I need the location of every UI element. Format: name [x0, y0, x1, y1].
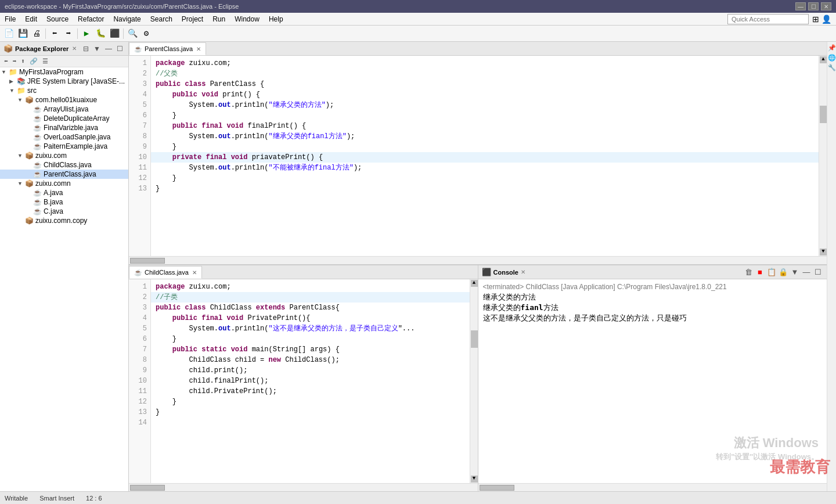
toolbar-sep-1 [45, 28, 46, 39]
run-button[interactable]: ▶ [80, 27, 93, 40]
tree-icon-bjava: ☕ [33, 198, 42, 206]
window-title: eclipse-workspace - MyFirstJavaProgram/s… [5, 3, 795, 10]
console-menu-btn[interactable]: ▼ [790, 267, 800, 278]
bottom-hscroll-thumb[interactable] [130, 485, 165, 491]
scroll-up-btn[interactable]: ▲ [820, 56, 827, 63]
menu-refactor[interactable]: Refactor [73, 13, 109, 25]
menu-search[interactable]: Search [146, 13, 177, 25]
menu-run[interactable]: Run [208, 13, 230, 25]
search-button[interactable]: 🔍 [126, 27, 139, 40]
close-button[interactable]: ✕ [821, 2, 831, 10]
tree-item-zuixu.comn[interactable]: ▼📦zuixu.comn [0, 179, 128, 188]
rs-btn-2[interactable]: 🌐 [828, 54, 836, 62]
forward-button[interactable]: ➡ [62, 27, 75, 40]
tree-item-jre[interactable]: ▶📚JRE System Library [JavaSE-... [0, 77, 128, 86]
console-view-close: ✕ [521, 269, 525, 275]
toolbar-icon-1[interactable]: ⊞ [812, 15, 819, 24]
toolbar-sep-2 [77, 28, 78, 39]
pe-menu-btn[interactable]: ▼ [92, 44, 102, 53]
bottom-scroll-up[interactable]: ▲ [471, 280, 478, 287]
pe-minimize-btn[interactable]: — [103, 44, 114, 53]
top-hscroll-thumb[interactable] [130, 258, 165, 264]
tree-item-bjava[interactable]: ☕B.java [0, 197, 128, 207]
console-copy-btn[interactable]: 📋 [766, 267, 777, 278]
toolbar-icon-2[interactable]: 👤 [821, 15, 831, 24]
bottom-editor-scrollbar[interactable]: ▲ ▼ [470, 279, 478, 483]
tree-arrow-workspace: ▼ [1, 69, 7, 75]
package-explorer-panel: 📦 Package Explorer ✕ ⊟ ▼ — ☐ ⬅ ➡ ⬆ 🔗 ☰ ▼… [0, 42, 129, 491]
tree-item-zuixu.com[interactable]: ▼📦zuixu.com [0, 151, 128, 160]
settings-button[interactable]: ⚙ [140, 27, 153, 40]
tree-item-ajava[interactable]: ☕A.java [0, 188, 128, 197]
tree-item-paitern[interactable]: ☕PaiternExample.java [0, 142, 128, 151]
bottom-editor-tab-close[interactable]: ✕ [192, 269, 197, 276]
toolbar: 📄 💾 🖨 ⬅ ➡ ▶ 🐛 ⬛ 🔍 ⚙ [0, 26, 836, 42]
pe-link-btn[interactable]: 🔗 [28, 57, 39, 66]
top-editor-tab[interactable]: ☕ ParentClass.java ✕ [129, 42, 206, 55]
scroll-thumb[interactable] [820, 106, 827, 123]
minimize-button[interactable]: — [795, 2, 806, 10]
pe-maximize-btn[interactable]: ☐ [115, 44, 125, 53]
bottom-code-content[interactable]: package zuixu.com;//子类public class Child… [151, 279, 470, 483]
bottom-scroll-thumb[interactable] [471, 330, 478, 348]
menu-edit[interactable]: Edit [20, 13, 42, 25]
tree-item-src[interactable]: ▼📁src [0, 86, 128, 95]
tree-icon-parentclass: ☕ [33, 170, 42, 178]
top-editor-scrollbar[interactable]: ▲ ▼ [819, 56, 827, 256]
menu-source[interactable]: Source [42, 13, 73, 25]
back-button[interactable]: ⬅ [48, 27, 61, 40]
tree-item-parentclass[interactable]: ☕ParentClass.java [0, 170, 128, 179]
top-editor-tab-close[interactable]: ✕ [196, 46, 201, 52]
scroll-down-btn[interactable]: ▼ [820, 249, 827, 255]
console-hscroll[interactable] [478, 483, 827, 491]
pe-up-btn[interactable]: ⬆ [19, 57, 27, 66]
tree-item-overload[interactable]: ☕OverLoadSanple.java [0, 132, 128, 142]
menu-project[interactable]: Project [177, 13, 208, 25]
pe-forward-btn[interactable]: ➡ [11, 57, 19, 66]
console-maximize-btn[interactable]: ☐ [813, 267, 823, 278]
console-content: <terminated> ChildClass [Java Applicatio… [478, 279, 827, 483]
stop-button[interactable]: ⬛ [108, 27, 121, 40]
maximize-button[interactable]: ☐ [808, 2, 819, 10]
right-sidebar: 📌 🌐 🔧 [827, 42, 836, 491]
tree-item-zuixu.comncopy[interactable]: 📦zuixu.comn.copy [0, 216, 128, 225]
rs-btn-1[interactable]: 📌 [828, 44, 836, 52]
tree-item-childclass[interactable]: ☕ChildClass.java [0, 160, 128, 170]
print-button[interactable]: 🖨 [30, 27, 43, 40]
pe-back-btn[interactable]: ⬅ [2, 57, 10, 66]
console-scroll-lock-btn[interactable]: 🔒 [778, 267, 788, 278]
tree-item-arrayulist[interactable]: ☕ArrayUlist.java [0, 105, 128, 114]
tree-item-finalvar[interactable]: ☕FinalVarizble.java [0, 123, 128, 132]
console-clear-btn[interactable]: 🗑 [743, 267, 754, 278]
console-stop-btn[interactable]: ■ [755, 267, 765, 278]
debug-button[interactable]: 🐛 [94, 27, 107, 40]
top-editor-body: 12345678910111213 package zuixu.com;//父类… [129, 56, 827, 256]
menu-window[interactable]: Window [230, 13, 264, 25]
tree-item-workspace[interactable]: ▼📁MyFirstJavaProgram [0, 67, 128, 77]
pe-filter-btn[interactable]: ☰ [41, 57, 50, 66]
quick-access-input[interactable] [727, 14, 809, 24]
bottom-editor-tab[interactable]: ☕ ChildClass.java ✕ [129, 266, 202, 279]
status-position: 12 : 6 [86, 495, 102, 502]
save-button[interactable]: 💾 [16, 27, 29, 40]
tree-icon-finalvar: ☕ [33, 124, 42, 132]
bottom-hscroll[interactable] [129, 483, 478, 491]
console-hscroll-thumb[interactable] [480, 485, 514, 491]
console-minimize-btn[interactable]: — [801, 267, 812, 278]
tree-item-deletedup[interactable]: ☕DeleteDuplicateArray [0, 114, 128, 123]
menu-help[interactable]: Help [264, 13, 288, 25]
top-hscroll[interactable] [129, 256, 827, 264]
console-icon: ⬛ [482, 268, 491, 276]
package-explorer-content: ▼📁MyFirstJavaProgram▶📚JRE System Library… [0, 67, 128, 491]
rs-btn-3[interactable]: 🔧 [828, 64, 836, 71]
main-area: 📦 Package Explorer ✕ ⊟ ▼ — ☐ ⬅ ➡ ⬆ 🔗 ☰ ▼… [0, 42, 836, 491]
title-bar: eclipse-workspace - MyFirstJavaProgram/s… [0, 0, 836, 13]
menu-navigate[interactable]: Navigate [109, 13, 145, 25]
tree-item-com.hello01[interactable]: ▼📦com.hello01kuaixue [0, 95, 128, 105]
bottom-scroll-down[interactable]: ▼ [471, 476, 478, 483]
pe-collapse-btn[interactable]: ⊟ [81, 44, 91, 53]
top-code-content[interactable]: package zuixu.com;//父类public class Paren… [151, 56, 819, 256]
tree-item-cjava[interactable]: ☕C.java [0, 207, 128, 216]
new-button[interactable]: 📄 [2, 27, 15, 40]
menu-file[interactable]: File [0, 13, 20, 25]
